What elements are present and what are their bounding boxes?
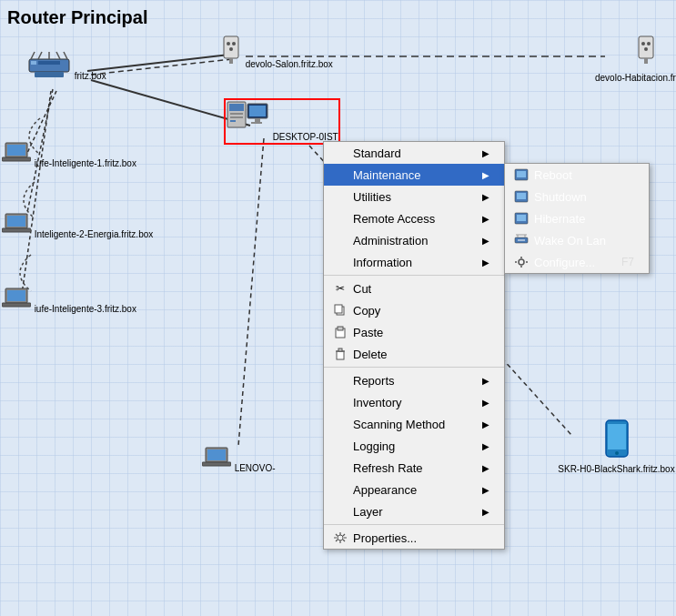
svg-point-24	[641, 42, 645, 45]
skr-label: SKR-H0-BlackShark.fritz.box	[558, 464, 674, 474]
svg-point-19	[227, 42, 230, 45]
menu-item-reports[interactable]: Reports ▶	[324, 369, 504, 391]
devolo-habitacion-label: devolo-Habitacion.fritz.bo	[595, 73, 676, 83]
svg-line-16	[64, 52, 67, 59]
svg-rect-47	[207, 449, 226, 460]
logging-arrow: ▶	[482, 441, 489, 451]
menu-item-scanning-method[interactable]: Scanning Method ▶	[324, 413, 504, 435]
menu-item-standard[interactable]: Standard ▶	[324, 142, 504, 164]
node-iufe-1[interactable]: iufe-Inteligente-1.fritz.box	[2, 141, 136, 169]
properties-icon	[331, 530, 349, 545]
logging-label: Logging	[353, 439, 475, 453]
svg-rect-68	[338, 327, 343, 330]
fritz-box-label: fritz.box	[75, 71, 106, 81]
svg-rect-48	[202, 462, 231, 466]
node-inteligente-2[interactable]: Inteligente-2-Energia.fritz.box	[2, 212, 153, 240]
information-icon	[331, 255, 349, 269]
reports-icon	[331, 373, 349, 388]
wake-on-lan-icon	[512, 233, 530, 247]
menu-item-utilities[interactable]: Utilities ▶	[324, 186, 504, 207]
menu-item-refresh-rate[interactable]: Refresh Rate ▶	[324, 457, 504, 479]
menu-item-reboot[interactable]: Reboot	[505, 164, 649, 186]
configure-shortcut: F7	[621, 256, 634, 268]
menu-item-shutdown[interactable]: Shutdown	[505, 186, 649, 207]
svg-line-7	[238, 138, 264, 446]
node-desktop[interactable]: DESKTOP-0IST	[226, 100, 338, 143]
refresh-rate-icon	[331, 460, 349, 475]
menu-item-layer[interactable]: Layer ▶	[324, 500, 504, 522]
copy-icon	[331, 303, 349, 318]
menu-item-configure[interactable]: Configure... F7	[505, 251, 649, 273]
router-icon	[27, 50, 71, 79]
context-menu: Standard ▶ Maintenance ▶ Reboot	[323, 141, 505, 550]
refresh-rate-arrow: ▶	[482, 463, 489, 473]
menu-item-delete[interactable]: Delete	[324, 343, 504, 365]
administration-label: Administration	[353, 234, 475, 247]
svg-line-13	[38, 52, 42, 59]
menu-item-logging[interactable]: Logging ▶	[324, 435, 504, 457]
copy-label: Copy	[353, 304, 489, 318]
devolo-salon-label: devolo-Salon.fritz.box	[246, 59, 333, 69]
menu-item-properties[interactable]: Properties...	[324, 527, 504, 549]
svg-rect-39	[2, 157, 31, 161]
node-devolo-salon[interactable]: devolo-Salon.fritz.box	[220, 35, 333, 70]
paste-icon	[331, 325, 349, 339]
administration-arrow: ▶	[482, 236, 489, 246]
svg-rect-69	[337, 351, 344, 359]
menu-item-copy[interactable]: Copy	[324, 299, 504, 321]
layer-label: Layer	[353, 505, 475, 519]
reboot-label: Reboot	[534, 168, 634, 182]
outlet-icon-2	[635, 35, 657, 67]
svg-rect-31	[230, 116, 243, 118]
menu-item-paste[interactable]: Paste	[324, 321, 504, 343]
laptop-icon-1	[2, 141, 31, 167]
appearance-label: Appearance	[353, 483, 475, 497]
node-lenovo[interactable]: LENOVO-	[202, 446, 276, 474]
menu-item-information[interactable]: Information ▶	[324, 251, 504, 273]
svg-rect-35	[255, 118, 260, 122]
node-skr[interactable]: SKR-H0-BlackShark.fritz.box	[557, 419, 676, 475]
menu-item-hibernate[interactable]: Hibernate	[505, 207, 649, 229]
reports-label: Reports	[353, 374, 475, 388]
menu-item-maintenance[interactable]: Maintenance ▶ Reboot Shutdown	[324, 164, 504, 186]
svg-rect-36	[251, 122, 262, 124]
inventory-arrow: ▶	[482, 398, 489, 408]
svg-rect-32	[230, 120, 236, 122]
maintenance-icon	[331, 167, 349, 182]
svg-rect-57	[517, 215, 526, 221]
svg-rect-71	[338, 348, 342, 351]
node-iufe-3[interactable]: iufe-Inteligente-3.fritz.box	[2, 287, 136, 315]
menu-item-wake-on-lan[interactable]: Wake On Lan	[505, 229, 649, 251]
node-fritz-box[interactable]: fritz.box	[27, 50, 106, 82]
menu-item-inventory[interactable]: Inventory ▶	[324, 391, 504, 413]
shutdown-label: Shutdown	[534, 190, 634, 204]
maintenance-label: Maintenance	[353, 168, 475, 182]
delete-icon	[331, 347, 349, 361]
standard-label: Standard	[353, 146, 475, 160]
node-devolo-habitacion[interactable]: devolo-Habitacion.fritz.bo	[595, 35, 676, 84]
diagram-title: Router Principal	[7, 7, 147, 28]
layer-icon	[331, 504, 349, 519]
maintenance-submenu: Reboot Shutdown Hibernate	[504, 163, 650, 274]
information-arrow: ▶	[482, 258, 489, 268]
scanning-method-arrow: ▶	[482, 419, 489, 429]
menu-item-administration[interactable]: Administration ▶	[324, 229, 504, 251]
inteligente-2-label: Inteligente-2-Energia.fritz.box	[35, 229, 154, 239]
utilities-label: Utilities	[353, 190, 475, 204]
administration-icon	[331, 233, 349, 247]
svg-rect-34	[249, 106, 266, 116]
svg-rect-50	[608, 424, 626, 449]
svg-point-21	[229, 47, 233, 51]
menu-item-cut[interactable]: ✂ Cut	[324, 278, 504, 299]
svg-point-25	[647, 42, 651, 45]
svg-line-12	[31, 52, 35, 59]
svg-rect-66	[335, 305, 342, 313]
svg-line-15	[56, 52, 60, 59]
laptop-icon-2	[2, 212, 31, 237]
lenovo-label: LENOVO-	[235, 463, 276, 473]
laptop-icon-lenovo	[202, 446, 231, 471]
maintenance-arrow: ▶	[482, 170, 489, 180]
menu-item-remote-access[interactable]: Remote Access ▶	[324, 207, 504, 229]
svg-rect-17	[35, 72, 64, 77]
menu-item-appearance[interactable]: Appearance ▶	[324, 479, 504, 500]
